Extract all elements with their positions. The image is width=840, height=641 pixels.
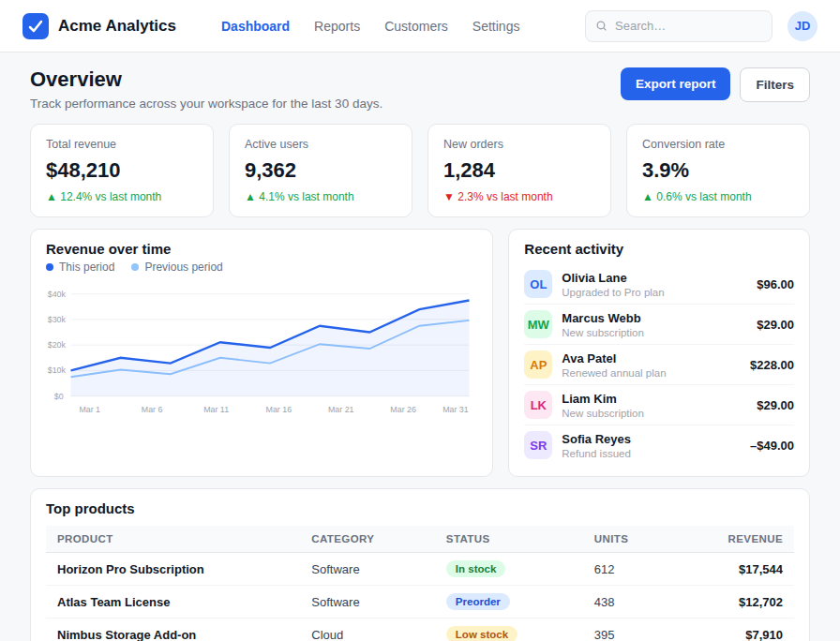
svg-text:$20k: $20k bbox=[48, 340, 67, 350]
svg-text:Mar 11: Mar 11 bbox=[203, 405, 229, 414]
svg-text:Mar 21: Mar 21 bbox=[328, 405, 354, 414]
svg-text:$0: $0 bbox=[54, 391, 64, 400]
svg-text:$30k: $30k bbox=[48, 314, 67, 323]
svg-text:Mar 26: Mar 26 bbox=[390, 405, 416, 414]
svg-text:Mar 6: Mar 6 bbox=[142, 405, 163, 414]
svg-text:Mar 1: Mar 1 bbox=[79, 405, 100, 414]
svg-text:Mar 16: Mar 16 bbox=[266, 405, 292, 414]
svg-text:Mar 31: Mar 31 bbox=[442, 405, 469, 414]
svg-text:$10k: $10k bbox=[48, 365, 67, 375]
svg-text:$40k: $40k bbox=[48, 289, 67, 298]
